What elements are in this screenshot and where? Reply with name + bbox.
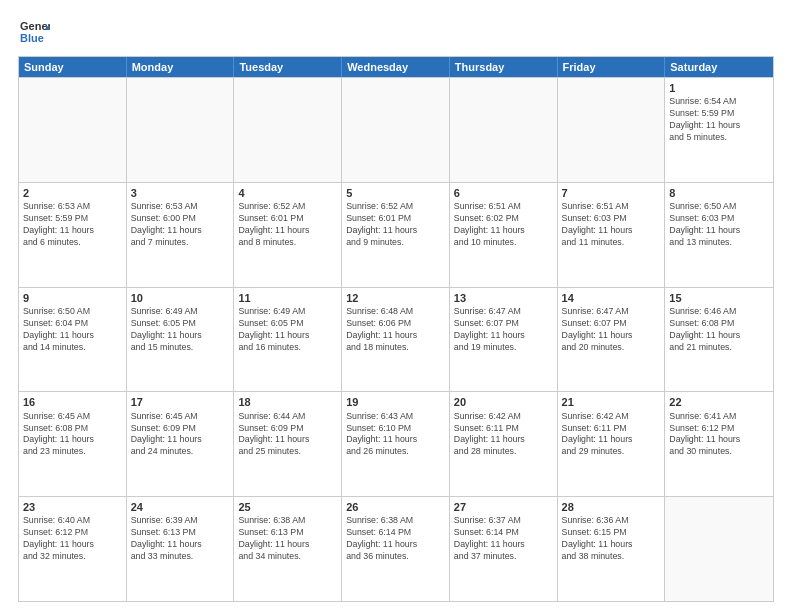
calendar-cell	[450, 78, 558, 182]
weekday-header: Tuesday	[234, 57, 342, 77]
svg-text:Blue: Blue	[20, 32, 44, 44]
day-number: 8	[669, 186, 769, 200]
day-number: 16	[23, 395, 122, 409]
calendar-cell: 3Sunrise: 6:53 AM Sunset: 6:00 PM Daylig…	[127, 183, 235, 287]
weekday-header: Sunday	[19, 57, 127, 77]
calendar-cell	[234, 78, 342, 182]
weekday-header: Saturday	[665, 57, 773, 77]
calendar-cell: 10Sunrise: 6:49 AM Sunset: 6:05 PM Dayli…	[127, 288, 235, 392]
day-number: 22	[669, 395, 769, 409]
day-number: 10	[131, 291, 230, 305]
calendar-cell: 20Sunrise: 6:42 AM Sunset: 6:11 PM Dayli…	[450, 392, 558, 496]
weekday-header: Monday	[127, 57, 235, 77]
day-info: Sunrise: 6:43 AM Sunset: 6:10 PM Dayligh…	[346, 411, 445, 459]
calendar-cell: 9Sunrise: 6:50 AM Sunset: 6:04 PM Daylig…	[19, 288, 127, 392]
calendar-cell: 22Sunrise: 6:41 AM Sunset: 6:12 PM Dayli…	[665, 392, 773, 496]
day-info: Sunrise: 6:50 AM Sunset: 6:04 PM Dayligh…	[23, 306, 122, 354]
day-info: Sunrise: 6:37 AM Sunset: 6:14 PM Dayligh…	[454, 515, 553, 563]
day-number: 11	[238, 291, 337, 305]
calendar-cell: 21Sunrise: 6:42 AM Sunset: 6:11 PM Dayli…	[558, 392, 666, 496]
calendar-cell: 25Sunrise: 6:38 AM Sunset: 6:13 PM Dayli…	[234, 497, 342, 601]
day-number: 7	[562, 186, 661, 200]
calendar-cell	[19, 78, 127, 182]
day-info: Sunrise: 6:39 AM Sunset: 6:13 PM Dayligh…	[131, 515, 230, 563]
day-number: 17	[131, 395, 230, 409]
day-info: Sunrise: 6:53 AM Sunset: 5:59 PM Dayligh…	[23, 201, 122, 249]
weekday-header: Friday	[558, 57, 666, 77]
calendar-cell	[665, 497, 773, 601]
day-info: Sunrise: 6:36 AM Sunset: 6:15 PM Dayligh…	[562, 515, 661, 563]
day-number: 28	[562, 500, 661, 514]
day-info: Sunrise: 6:42 AM Sunset: 6:11 PM Dayligh…	[454, 411, 553, 459]
day-number: 15	[669, 291, 769, 305]
day-number: 9	[23, 291, 122, 305]
calendar-cell	[127, 78, 235, 182]
calendar-cell: 13Sunrise: 6:47 AM Sunset: 6:07 PM Dayli…	[450, 288, 558, 392]
calendar-cell: 17Sunrise: 6:45 AM Sunset: 6:09 PM Dayli…	[127, 392, 235, 496]
day-number: 20	[454, 395, 553, 409]
day-number: 18	[238, 395, 337, 409]
calendar-row: 9Sunrise: 6:50 AM Sunset: 6:04 PM Daylig…	[19, 287, 773, 392]
day-number: 21	[562, 395, 661, 409]
day-info: Sunrise: 6:45 AM Sunset: 6:09 PM Dayligh…	[131, 411, 230, 459]
day-info: Sunrise: 6:48 AM Sunset: 6:06 PM Dayligh…	[346, 306, 445, 354]
day-number: 13	[454, 291, 553, 305]
calendar-cell: 15Sunrise: 6:46 AM Sunset: 6:08 PM Dayli…	[665, 288, 773, 392]
calendar-cell: 19Sunrise: 6:43 AM Sunset: 6:10 PM Dayli…	[342, 392, 450, 496]
calendar-cell: 27Sunrise: 6:37 AM Sunset: 6:14 PM Dayli…	[450, 497, 558, 601]
day-info: Sunrise: 6:49 AM Sunset: 6:05 PM Dayligh…	[131, 306, 230, 354]
calendar-cell: 5Sunrise: 6:52 AM Sunset: 6:01 PM Daylig…	[342, 183, 450, 287]
day-number: 3	[131, 186, 230, 200]
day-number: 27	[454, 500, 553, 514]
day-number: 1	[669, 81, 769, 95]
day-number: 4	[238, 186, 337, 200]
logo-icon: General Blue	[18, 16, 50, 48]
day-info: Sunrise: 6:44 AM Sunset: 6:09 PM Dayligh…	[238, 411, 337, 459]
day-info: Sunrise: 6:38 AM Sunset: 6:13 PM Dayligh…	[238, 515, 337, 563]
calendar-header: SundayMondayTuesdayWednesdayThursdayFrid…	[19, 57, 773, 77]
day-info: Sunrise: 6:47 AM Sunset: 6:07 PM Dayligh…	[562, 306, 661, 354]
day-number: 5	[346, 186, 445, 200]
calendar-row: 2Sunrise: 6:53 AM Sunset: 5:59 PM Daylig…	[19, 182, 773, 287]
calendar-cell: 7Sunrise: 6:51 AM Sunset: 6:03 PM Daylig…	[558, 183, 666, 287]
day-number: 6	[454, 186, 553, 200]
day-info: Sunrise: 6:38 AM Sunset: 6:14 PM Dayligh…	[346, 515, 445, 563]
weekday-header: Thursday	[450, 57, 558, 77]
day-number: 25	[238, 500, 337, 514]
calendar-cell: 28Sunrise: 6:36 AM Sunset: 6:15 PM Dayli…	[558, 497, 666, 601]
day-info: Sunrise: 6:53 AM Sunset: 6:00 PM Dayligh…	[131, 201, 230, 249]
weekday-header: Wednesday	[342, 57, 450, 77]
calendar-cell: 2Sunrise: 6:53 AM Sunset: 5:59 PM Daylig…	[19, 183, 127, 287]
day-number: 19	[346, 395, 445, 409]
day-number: 12	[346, 291, 445, 305]
day-info: Sunrise: 6:54 AM Sunset: 5:59 PM Dayligh…	[669, 96, 769, 144]
day-info: Sunrise: 6:52 AM Sunset: 6:01 PM Dayligh…	[346, 201, 445, 249]
calendar-body: 1Sunrise: 6:54 AM Sunset: 5:59 PM Daylig…	[19, 77, 773, 601]
calendar-cell: 14Sunrise: 6:47 AM Sunset: 6:07 PM Dayli…	[558, 288, 666, 392]
day-number: 2	[23, 186, 122, 200]
day-info: Sunrise: 6:46 AM Sunset: 6:08 PM Dayligh…	[669, 306, 769, 354]
calendar-cell: 11Sunrise: 6:49 AM Sunset: 6:05 PM Dayli…	[234, 288, 342, 392]
day-info: Sunrise: 6:47 AM Sunset: 6:07 PM Dayligh…	[454, 306, 553, 354]
day-info: Sunrise: 6:50 AM Sunset: 6:03 PM Dayligh…	[669, 201, 769, 249]
day-info: Sunrise: 6:45 AM Sunset: 6:08 PM Dayligh…	[23, 411, 122, 459]
calendar-cell	[342, 78, 450, 182]
calendar-row: 16Sunrise: 6:45 AM Sunset: 6:08 PM Dayli…	[19, 391, 773, 496]
day-info: Sunrise: 6:52 AM Sunset: 6:01 PM Dayligh…	[238, 201, 337, 249]
day-number: 26	[346, 500, 445, 514]
day-number: 23	[23, 500, 122, 514]
day-info: Sunrise: 6:51 AM Sunset: 6:03 PM Dayligh…	[562, 201, 661, 249]
svg-text:General: General	[20, 20, 50, 32]
day-number: 24	[131, 500, 230, 514]
day-info: Sunrise: 6:40 AM Sunset: 6:12 PM Dayligh…	[23, 515, 122, 563]
day-info: Sunrise: 6:49 AM Sunset: 6:05 PM Dayligh…	[238, 306, 337, 354]
calendar-cell: 1Sunrise: 6:54 AM Sunset: 5:59 PM Daylig…	[665, 78, 773, 182]
calendar-cell: 4Sunrise: 6:52 AM Sunset: 6:01 PM Daylig…	[234, 183, 342, 287]
calendar-cell: 8Sunrise: 6:50 AM Sunset: 6:03 PM Daylig…	[665, 183, 773, 287]
logo: General Blue	[18, 16, 50, 48]
calendar-cell: 24Sunrise: 6:39 AM Sunset: 6:13 PM Dayli…	[127, 497, 235, 601]
page-header: General Blue	[18, 16, 774, 48]
day-info: Sunrise: 6:41 AM Sunset: 6:12 PM Dayligh…	[669, 411, 769, 459]
calendar-row: 23Sunrise: 6:40 AM Sunset: 6:12 PM Dayli…	[19, 496, 773, 601]
calendar-cell: 16Sunrise: 6:45 AM Sunset: 6:08 PM Dayli…	[19, 392, 127, 496]
